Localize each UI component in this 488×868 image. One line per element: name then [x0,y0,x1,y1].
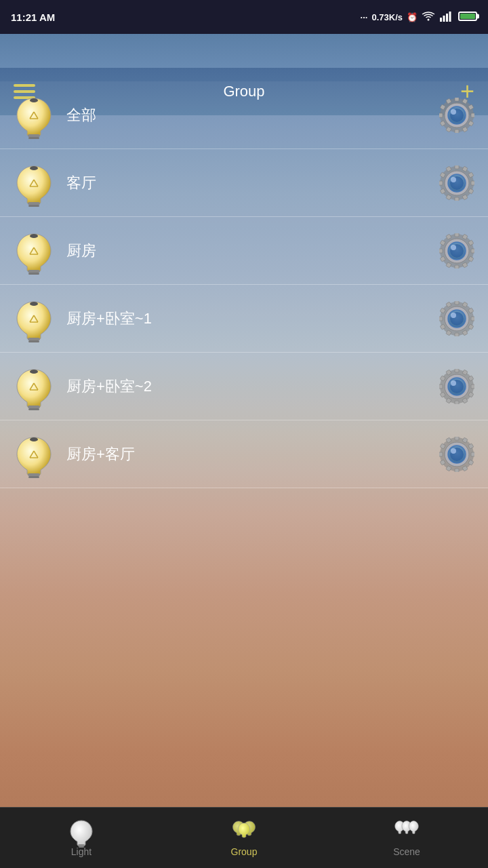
svg-point-125 [30,437,38,441]
svg-rect-121 [28,476,39,478]
svg-rect-6 [28,137,39,139]
svg-rect-136 [439,452,443,456]
svg-rect-74 [28,338,40,340]
group-list: 全部 [0,81,488,488]
group-name: 厨房+卧室~2 [66,376,439,397]
svg-rect-51 [28,270,40,273]
group-item-3[interactable]: 厨房 [0,217,488,285]
bulb-icon [14,366,54,407]
svg-rect-97 [28,406,40,408]
bulb-icon [14,163,54,203]
svg-rect-75 [28,340,39,342]
svg-rect-110 [455,401,459,404]
svg-rect-58 [455,233,459,237]
svg-rect-29 [28,205,39,207]
status-time: 11:21 AM [11,12,55,23]
svg-rect-18 [455,130,459,133]
svg-point-96 [451,313,456,318]
svg-rect-52 [28,273,39,275]
svg-rect-35 [455,165,459,169]
svg-rect-1 [440,18,442,22]
svg-rect-98 [28,408,39,410]
svg-rect-64 [455,265,459,269]
svg-point-142 [451,448,456,454]
svg-point-119 [451,380,456,386]
svg-rect-90 [439,317,443,321]
bulb-icon [14,231,54,271]
bulb-icon [14,298,54,339]
gear-icon[interactable] [439,369,474,404]
gear-icon[interactable] [439,301,474,336]
svg-point-79 [30,302,38,306]
svg-rect-120 [28,473,40,476]
nav-item-scene[interactable]: Scene [326,819,487,857]
svg-rect-5 [28,134,40,137]
svg-rect-127 [455,437,459,440]
svg-point-73 [451,245,456,250]
svg-rect-84 [471,317,474,321]
gear-icon[interactable] [439,437,474,472]
wifi-icon [422,11,435,24]
svg-rect-87 [455,333,459,336]
svg-point-56 [30,234,38,238]
group-name: 厨房+客厅 [66,444,439,465]
nav-label-group: Group [231,846,258,857]
network-speed: 0.73K/s [371,12,403,22]
group-nav-icon [232,819,256,844]
group-item-5[interactable]: 厨房+卧室~2 [0,353,488,420]
svg-point-50 [451,177,456,182]
svg-rect-61 [471,249,474,253]
svg-rect-44 [439,181,443,185]
svg-rect-130 [471,452,474,456]
svg-rect-4 [449,12,451,22]
svg-rect-38 [471,181,474,185]
nav-label-light: Light [71,846,92,857]
svg-point-10 [30,98,38,102]
gear-icon[interactable] [439,98,474,133]
svg-rect-133 [455,469,459,472]
group-item-4[interactable]: 厨房+卧室~1 [0,285,488,353]
nav-item-light[interactable]: Light [1,819,162,857]
group-name: 客厅 [66,173,439,193]
network-indicator: ··· [361,12,368,22]
alarm-icon: ⏰ [407,12,418,22]
group-name: 厨房+卧室~1 [66,309,439,329]
svg-rect-67 [439,249,443,253]
svg-point-102 [30,370,38,374]
gear-icon[interactable] [439,165,474,201]
svg-rect-113 [439,384,443,389]
status-icons: ··· 0.73K/s ⏰ [361,11,477,24]
battery-icon [457,12,477,23]
svg-rect-15 [471,113,474,117]
svg-rect-2 [443,16,445,22]
svg-rect-3 [446,14,448,22]
svg-rect-28 [28,202,40,205]
nav-item-group[interactable]: Group [163,819,325,857]
group-item-1[interactable]: 全部 [0,81,488,149]
light-nav-icon [69,819,94,844]
group-item-6[interactable]: 厨房+客厅 [0,420,488,488]
bulb-icon [14,434,54,475]
group-name: 全部 [66,105,439,125]
svg-rect-21 [439,113,443,117]
nav-label-scene: Scene [393,846,420,857]
bottom-nav: Light Group [0,807,488,868]
status-bar: 11:21 AM ··· 0.73K/s ⏰ [0,0,488,34]
svg-point-27 [451,109,456,115]
svg-rect-104 [455,369,459,372]
group-item-2[interactable]: 客厅 [0,149,488,217]
svg-point-0 [428,18,430,20]
group-name: 厨房 [66,241,439,261]
gear-icon[interactable] [439,233,474,269]
bulb-icon [14,95,54,136]
scene-nav-icon [394,819,419,844]
signal-icon [439,11,453,24]
svg-rect-81 [455,301,459,304]
svg-rect-107 [471,384,474,389]
svg-rect-12 [455,98,459,101]
svg-rect-41 [455,197,459,201]
svg-point-33 [30,166,38,170]
